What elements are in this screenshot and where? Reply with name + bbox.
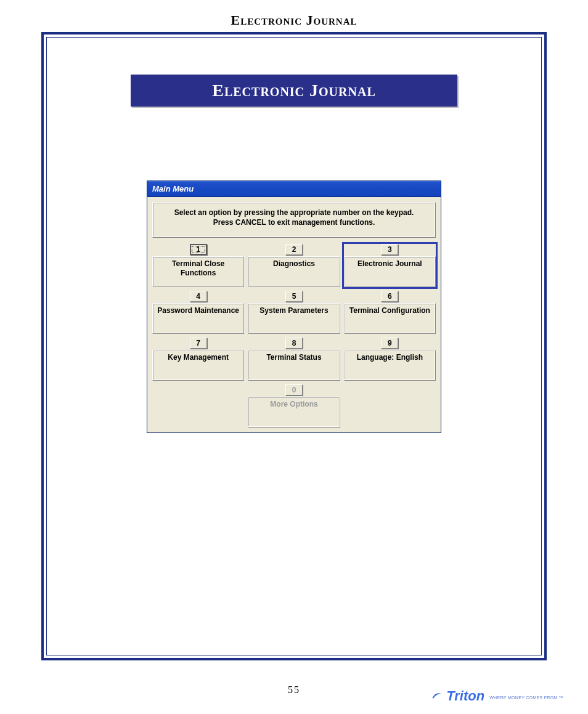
window-titlebar: Main Menu bbox=[147, 181, 441, 197]
footer-brand-logo: Triton WHERE MONEY COMES FROM.™ bbox=[431, 688, 563, 704]
page-header: Electronic Journal bbox=[0, 12, 588, 28]
menu-label-password-maintenance[interactable]: Password Maintenance bbox=[152, 303, 244, 334]
menu-label-terminal-close[interactable]: Terminal Close Functions bbox=[152, 256, 244, 287]
highlight-electronic-journal: 3 Electronic Journal bbox=[342, 242, 438, 289]
section-title-banner: Electronic Journal bbox=[131, 75, 457, 107]
keypad-button-0: 0 bbox=[285, 384, 303, 396]
keypad-button-6[interactable]: 6 bbox=[381, 291, 398, 302]
menu-cell-2: 2 Diagnostics bbox=[248, 244, 340, 287]
page-inner-border: Electronic Journal Main Menu Select an o… bbox=[46, 37, 542, 655]
keypad-button-7[interactable]: 7 bbox=[190, 338, 207, 349]
menu-cell-0: 0 More Options bbox=[248, 384, 340, 428]
keypad-button-2[interactable]: 2 bbox=[285, 244, 303, 255]
keypad-button-5[interactable]: 5 bbox=[285, 291, 303, 302]
instruction-line-2: Press CANCEL to exit management function… bbox=[157, 217, 431, 227]
menu-cell-5: 5 System Parameters bbox=[248, 291, 340, 334]
brand-swoosh-icon bbox=[431, 688, 443, 699]
menu-label-key-management[interactable]: Key Management bbox=[152, 350, 244, 381]
keypad-button-3[interactable]: 3 bbox=[381, 244, 398, 255]
menu-label-terminal-status[interactable]: Terminal Status bbox=[248, 350, 340, 381]
menu-cell-4: 4 Password Maintenance bbox=[152, 291, 244, 334]
keypad-button-1[interactable]: 1 bbox=[190, 244, 207, 255]
footer-brand-text: Triton bbox=[446, 688, 484, 704]
menu-cell-3: 3 Electronic Journal bbox=[344, 244, 436, 287]
menu-cell-1: 1 Terminal Close Functions bbox=[152, 244, 244, 287]
menu-cell-7: 7 Key Management bbox=[152, 338, 244, 381]
menu-grid: 1 Terminal Close Functions 2 Diagnostics… bbox=[152, 244, 436, 428]
menu-label-language[interactable]: Language: English bbox=[344, 350, 436, 381]
menu-cell-9: 9 Language: English bbox=[344, 338, 436, 381]
window-client-area: Select an option by pressing the appropr… bbox=[147, 197, 441, 432]
keypad-button-8[interactable]: 8 bbox=[285, 338, 303, 349]
keypad-button-4[interactable]: 4 bbox=[190, 291, 207, 302]
instruction-line-1: Select an option by pressing the appropr… bbox=[157, 208, 431, 217]
menu-label-terminal-configuration[interactable]: Terminal Configuration bbox=[344, 303, 436, 334]
main-menu-window: Main Menu Select an option by pressing t… bbox=[147, 181, 441, 433]
menu-cell-6: 6 Terminal Configuration bbox=[344, 291, 436, 334]
menu-label-system-parameters[interactable]: System Parameters bbox=[248, 303, 340, 334]
menu-cell-8: 8 Terminal Status bbox=[248, 338, 340, 381]
menu-label-electronic-journal[interactable]: Electronic Journal bbox=[344, 256, 436, 287]
footer-tagline: WHERE MONEY COMES FROM.™ bbox=[489, 696, 563, 700]
document-page: Electronic Journal Electronic Journal Ma… bbox=[0, 0, 588, 714]
menu-label-diagnostics[interactable]: Diagnostics bbox=[248, 256, 340, 287]
menu-label-more-options: More Options bbox=[248, 397, 340, 428]
page-outer-border: Electronic Journal Main Menu Select an o… bbox=[41, 32, 547, 660]
keypad-button-9[interactable]: 9 bbox=[381, 338, 398, 349]
instruction-panel: Select an option by pressing the appropr… bbox=[152, 202, 436, 238]
